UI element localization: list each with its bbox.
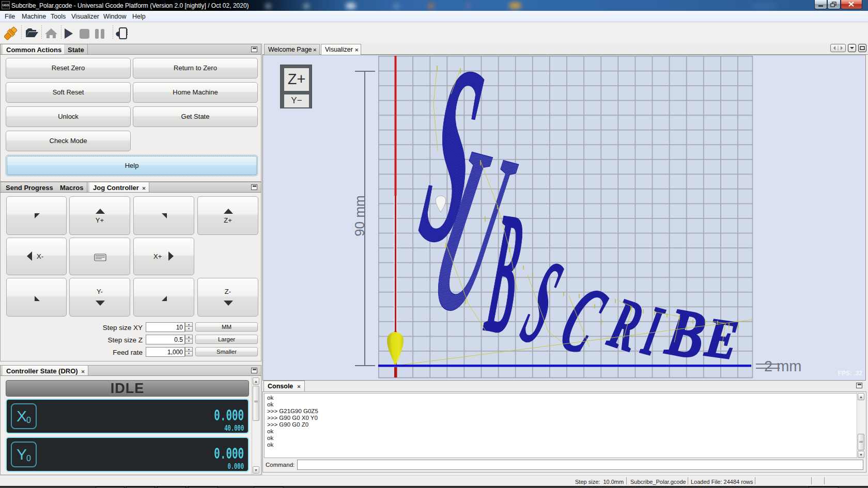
- svg-text:FPS: .32: FPS: .32: [838, 370, 863, 377]
- svg-text:90 mm: 90 mm: [352, 195, 367, 236]
- svg-text:2 mm: 2 mm: [764, 358, 802, 374]
